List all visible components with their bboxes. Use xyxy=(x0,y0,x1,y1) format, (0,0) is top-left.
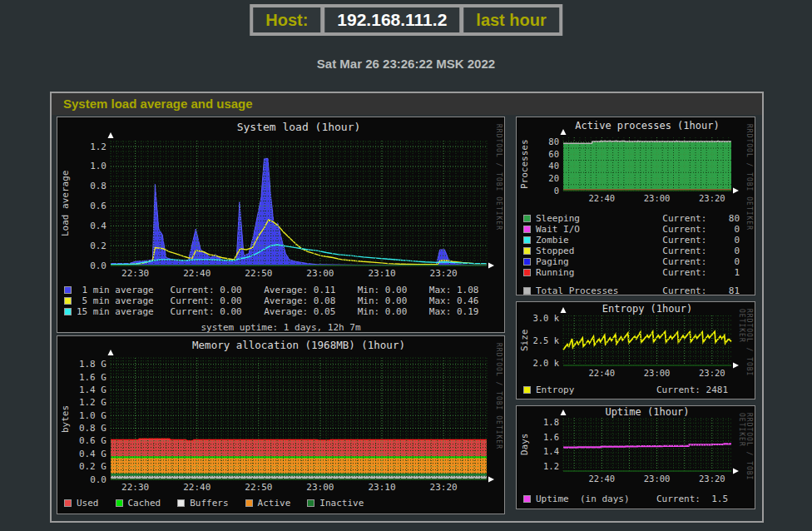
legend-text: 5 min average Current: 0.00 Average: 0.0… xyxy=(77,295,478,306)
legend-swatch xyxy=(523,287,531,295)
legend-row: 5 min average Current: 0.00 Average: 0.0… xyxy=(64,295,498,306)
y-tick-label: 80 xyxy=(548,136,559,146)
legend-item: Cached xyxy=(116,498,161,509)
x-tick-label: 23:20 xyxy=(699,193,725,203)
x-tick-label: 22:40 xyxy=(589,368,616,378)
time-range-label: last hour xyxy=(476,11,546,30)
x-tick-label: 22:40 xyxy=(589,474,616,484)
entropy-chart-svg: Entropy (1hour)2.0 k2.5 k3.0 k22:4023:00… xyxy=(517,302,753,380)
host-label: Host: xyxy=(265,11,308,30)
legend-item: Used xyxy=(64,498,99,509)
x-tick-label: 22:40 xyxy=(589,193,616,203)
x-tick-label: 22:30 xyxy=(121,268,149,279)
legend-text: Used xyxy=(77,498,99,509)
rrdtool-watermark: RRDTOOL / TOBI OETIKER xyxy=(738,413,753,509)
legend-text: Entropy xyxy=(536,385,574,395)
y-tick-label: 0.6 xyxy=(90,201,106,211)
y-tick-label: 0.4 xyxy=(90,221,106,231)
y-tick-label: 40 xyxy=(548,161,559,171)
system-load-graph-panel[interactable]: System load (1hour)0.00.20.40.60.81.01.2… xyxy=(57,117,505,333)
uptime-legend: Uptime (in days)Current: 1.5 xyxy=(517,493,755,504)
sysload-chart-svg: System load (1hour)0.00.20.40.60.81.01.2… xyxy=(57,117,503,280)
legend-text: Wait I/O Current: 0 xyxy=(536,224,740,235)
chart-title: Memory allocation (1968MB) (1hour) xyxy=(192,339,405,351)
legend-text: Active xyxy=(258,498,291,509)
legend-row: Wait I/O Current: 0 xyxy=(523,224,748,235)
procs-chart-svg: Active processes (1hour)02040608022:4023… xyxy=(517,117,753,209)
y-tick-label: 1.2 xyxy=(90,141,106,152)
x-tick-label: 22:40 xyxy=(183,482,210,493)
y-axis-label: Processes xyxy=(519,137,530,191)
legend-swatch xyxy=(177,499,185,507)
y-tick-label: 1.6 G xyxy=(79,372,106,383)
x-tick-label: 22:50 xyxy=(245,482,272,493)
y-tick-label: 0.2 xyxy=(90,241,106,251)
host-value: 192.168.111.2 xyxy=(337,10,447,30)
legend-item: Buffers xyxy=(177,498,228,509)
x-tick-label: 23:00 xyxy=(644,474,671,484)
legend-text: Zombie Current: 0 xyxy=(536,235,740,246)
uptime-chart-svg: Uptime (1hour)1.21.41.61.822:4023:0023:2… xyxy=(517,406,753,489)
y-tick-label: 60 xyxy=(548,149,559,159)
y-tick-label: 0.8 G xyxy=(79,423,106,434)
entropy-legend: EntropyCurrent: 2481 xyxy=(517,384,755,395)
y-tick-label: 0.6 G xyxy=(79,435,106,446)
system-uptime-footer: system uptime: 1 days, 12h 7m xyxy=(64,322,498,333)
time-range-cell[interactable]: last hour xyxy=(463,7,558,32)
x-tick-label: 22:50 xyxy=(245,268,272,279)
legend-text: Inactive xyxy=(319,498,364,509)
rrdtool-watermark: RRDTOOL / TOBI OETIKER xyxy=(738,309,753,399)
y-tick-label: 1.6 xyxy=(543,432,559,442)
legend-row: 15 min average Current: 0.00 Average: 0.… xyxy=(64,306,498,317)
legend-swatch xyxy=(523,386,531,394)
legend-swatch xyxy=(245,499,253,507)
rrdtool-watermark: RRDTOOL / TOBI OETIKER xyxy=(745,124,753,231)
legend-swatch xyxy=(64,308,72,315)
section-system-load: System load average and usage System loa… xyxy=(50,92,764,523)
legend-text: Buffers xyxy=(190,498,228,509)
x-tick-label: 22:40 xyxy=(183,268,210,279)
legend-swatch xyxy=(523,258,531,266)
section-title: System load average and usage xyxy=(52,93,762,115)
y-tick-label: 1.0 xyxy=(90,161,106,171)
legend-swatch xyxy=(307,499,314,507)
active-processes-graph-panel[interactable]: Active processes (1hour)02040608022:4023… xyxy=(516,117,755,295)
x-tick-label: 23:00 xyxy=(644,368,671,378)
host-value-cell: 192.168.111.2 xyxy=(324,7,459,32)
y-tick-label: 0 xyxy=(554,186,559,196)
legend-text: Cached xyxy=(128,498,161,509)
legend-swatch xyxy=(523,247,531,255)
legend-row: Stopped Current: 0 xyxy=(523,246,748,256)
legend-text: Paging Current: 0 xyxy=(536,256,740,267)
legend-text: Total Processes Current: 81 xyxy=(536,285,740,295)
rrdtool-watermark: RRDTOOL / TOBI OETIKER xyxy=(495,343,503,449)
legend-swatch xyxy=(64,286,72,294)
legend-row: Paging Current: 0 xyxy=(523,256,748,267)
y-tick-label: 0.2 G xyxy=(79,461,106,472)
sysload-legend: 1 min average Current: 0.00 Average: 0.1… xyxy=(57,284,504,333)
legend-swatch xyxy=(523,226,531,233)
datetime-line: Sat Mar 26 23:26:22 MSK 2022 xyxy=(0,57,812,71)
y-axis-label: bytes xyxy=(60,358,71,479)
x-tick-label: 23:20 xyxy=(430,268,458,279)
y-tick-label: 1.8 xyxy=(543,417,559,427)
legend-current-value: Current: 1.5 xyxy=(656,494,748,504)
y-tick-label: 0.0 xyxy=(90,261,106,271)
legend-row: Uptime (in days)Current: 1.5 xyxy=(523,494,748,504)
chart-title: Entropy (1hour) xyxy=(602,303,692,315)
host-label-cell: Host: xyxy=(253,7,320,32)
memory-allocation-graph-panel[interactable]: Memory allocation (1968MB) (1hour)0.00.2… xyxy=(57,335,505,514)
uptime-graph-panel[interactable]: Uptime (1hour)1.21.41.61.822:4023:0023:2… xyxy=(516,405,755,509)
legend-swatch xyxy=(523,495,531,503)
y-axis-label: Size xyxy=(519,315,530,365)
entropy-graph-panel[interactable]: Entropy (1hour)2.0 k2.5 k3.0 k22:4023:00… xyxy=(516,301,755,399)
host-selector-bar: Host: 192.168.111.2 last hour xyxy=(250,4,562,36)
legend-text: 1 min average Current: 0.00 Average: 0.1… xyxy=(77,285,478,295)
legend-swatch xyxy=(523,236,531,244)
y-tick-label: 2.5 k xyxy=(532,335,559,345)
y-tick-label: 1.2 G xyxy=(79,397,106,408)
legend-text: Uptime (in days) xyxy=(536,494,630,504)
x-tick-label: 23:00 xyxy=(644,193,671,203)
y-tick-label: 2.0 k xyxy=(532,358,559,368)
legend-row xyxy=(523,278,748,285)
